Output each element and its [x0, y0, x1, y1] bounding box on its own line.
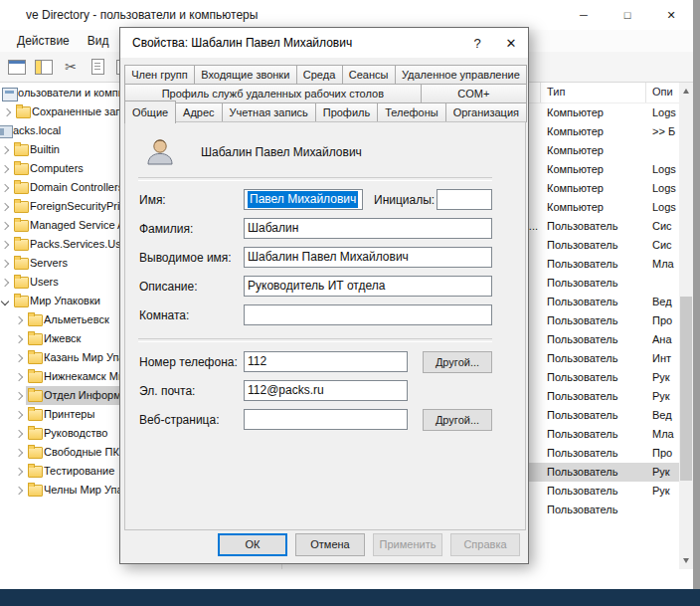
scroll-up-icon[interactable] [683, 89, 689, 94]
description-label: Описание: [139, 280, 198, 294]
separator [138, 338, 492, 342]
initials-input[interactable] [437, 189, 492, 210]
cell-desc: Про [646, 311, 679, 330]
chevron-right-icon[interactable] [15, 354, 23, 362]
cell-desc: Мла [646, 255, 679, 274]
email-input[interactable]: 112@packs.ru [244, 380, 408, 401]
taskbar[interactable] [0, 589, 700, 606]
cell-desc: Сис [646, 236, 679, 255]
cell-type: Пользователь [541, 330, 646, 349]
webpage-input[interactable] [244, 409, 408, 430]
apply-button: Применить [373, 533, 442, 556]
display-name-label: Выводимое имя: [139, 251, 232, 265]
cell-desc: Рук [646, 387, 679, 406]
description-input[interactable]: Руководитель ИТ отдела [244, 276, 492, 297]
console-tree-button[interactable] [33, 56, 55, 78]
chevron-right-icon[interactable] [1, 165, 9, 173]
chevron-right-icon[interactable] [15, 335, 23, 343]
dialog-titlebar[interactable]: Свойства: Шабалин Павел Михайлович ? ✕ [120, 28, 528, 58]
first-name-input[interactable]: Павел Михайлович [244, 189, 363, 210]
cut-button[interactable] [60, 56, 82, 78]
menu-item-view[interactable]: Вид [79, 30, 118, 52]
cell-type: Пользователь [541, 274, 646, 293]
display-name-input[interactable]: Шабалин Павел Михайлович [244, 247, 492, 268]
maximize-button[interactable]: □ [606, 0, 649, 30]
tab-входящие-звонки[interactable]: Входящие звонки [194, 65, 297, 85]
menu-item-action[interactable]: Действие [8, 30, 79, 52]
chevron-right-icon[interactable] [15, 449, 23, 457]
chevron-right-icon[interactable] [15, 392, 23, 400]
user-icon [143, 135, 177, 169]
cut-icon [65, 58, 77, 76]
chevron-right-icon[interactable] [1, 146, 9, 154]
tab-профиль[interactable]: Профиль [315, 102, 378, 122]
close-button[interactable]: ✕ [649, 0, 693, 30]
domain-icon [0, 125, 13, 138]
chevron-right-icon[interactable] [1, 222, 9, 230]
tab-адрес[interactable]: Адрес [175, 102, 222, 122]
minimize-button[interactable]: ─ [562, 0, 606, 30]
tab-учетная-запись[interactable]: Учетная запись [222, 102, 316, 122]
chevron-right-icon[interactable] [1, 184, 9, 192]
tab-член-групп[interactable]: Член групп [124, 65, 195, 85]
folder-icon [14, 182, 29, 194]
tab-сеансы[interactable]: Сеансы [342, 65, 396, 85]
tree-item-label: Users [30, 276, 59, 288]
last-name-input[interactable]: Шабалин [244, 218, 492, 239]
main-titlebar[interactable]: ve Directory - пользователи и компьютеры… [0, 0, 693, 30]
window-title: ve Directory - пользователи и компьютеры [26, 8, 562, 22]
dialog-close-button[interactable]: ✕ [494, 28, 528, 58]
cell-desc: Инт [646, 349, 679, 368]
webpage-other-button[interactable]: Другой... [423, 409, 492, 431]
phone-other-button[interactable]: Другой... [423, 351, 492, 373]
chevron-right-icon[interactable] [15, 430, 23, 438]
chevron-right-icon[interactable] [1, 279, 9, 287]
folder-icon [28, 333, 43, 345]
room-input[interactable] [244, 304, 492, 325]
tree-item-label: Руководство [44, 427, 107, 439]
tab-организация[interactable]: Организация [445, 102, 527, 122]
cell-desc: Рук [646, 482, 679, 501]
folder-icon [28, 314, 43, 326]
dialog-help-button[interactable]: ? [460, 28, 494, 58]
column-header-description[interactable]: Опи [646, 83, 679, 102]
cell-desc: Вед [646, 293, 679, 311]
tab-com-[interactable]: COM+ [421, 84, 527, 103]
cell-type: Пользователь [541, 349, 646, 368]
tab-телефоны[interactable]: Телефоны [377, 102, 446, 122]
chevron-right-icon[interactable] [15, 468, 23, 476]
console-window-button[interactable] [6, 56, 28, 78]
tab-удаленное-управление[interactable]: Удаленное управление [395, 65, 527, 85]
email-row: Эл. почта:112@packs.ru [125, 380, 525, 402]
cancel-button[interactable]: Отмена [295, 533, 365, 556]
first-name-row: Имя:Павел МихайловичИнициалы: [125, 189, 525, 211]
chevron-right-icon[interactable] [15, 487, 23, 495]
chevron-right-icon[interactable] [3, 108, 11, 116]
user-header: Шабалин Павел Михайлович [143, 135, 362, 169]
cell-type: Пользователь [541, 255, 646, 274]
tab-среда[interactable]: Среда [296, 65, 343, 85]
chevron-right-icon[interactable] [15, 373, 23, 381]
cell-desc: Мла [646, 425, 679, 444]
chevron-right-icon[interactable] [1, 260, 9, 268]
chevron-right-icon[interactable] [15, 411, 23, 419]
scroll-down-icon[interactable] [683, 558, 689, 563]
folder-icon [28, 485, 43, 497]
chevron-right-icon[interactable] [1, 203, 9, 211]
ok-button[interactable]: ОК [218, 533, 287, 556]
vertical-scrollbar[interactable] [679, 83, 693, 569]
console-tree-icon [35, 60, 53, 75]
column-header-type[interactable]: Тип [541, 83, 646, 102]
document-button[interactable] [87, 56, 108, 78]
chevron-right-icon[interactable] [1, 241, 9, 249]
chevron-down-icon[interactable] [1, 298, 9, 305]
chevron-right-icon[interactable] [15, 316, 23, 324]
scrollbar-thumb[interactable] [680, 297, 692, 481]
folder-icon [14, 296, 29, 307]
tree-item-label: Ижевск [44, 332, 81, 344]
phone-input[interactable]: 112 [244, 351, 408, 372]
cell-desc: Logs [646, 103, 679, 122]
tab-общие[interactable]: Общие [124, 101, 176, 123]
cell-type: Компьютер [541, 198, 646, 217]
cell-type: Компьютер [541, 160, 646, 179]
